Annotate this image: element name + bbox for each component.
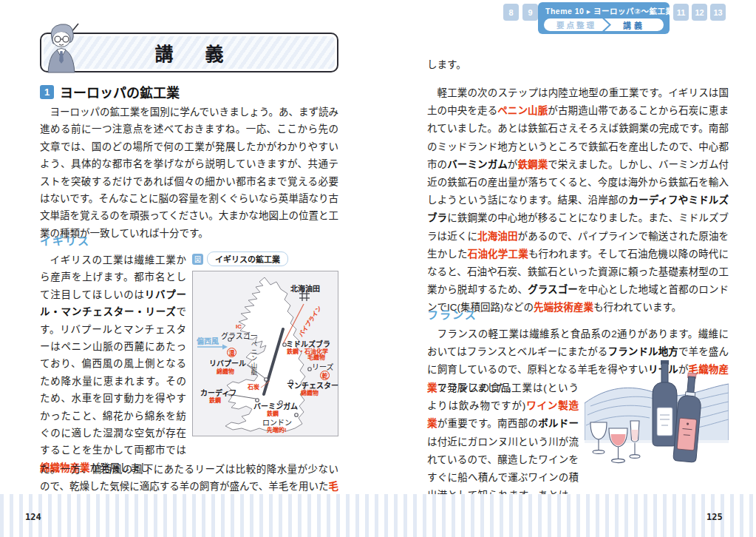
lecture-banner-title: 講 義 <box>142 39 237 66</box>
wine-illustration <box>585 359 729 487</box>
book-spread: 8 9 Theme 10 ▸ ヨーロッパ②〜鉱工業〜 要点整理 講義 11 12… <box>0 0 756 537</box>
tab-theme-11[interactable]: 11 <box>673 4 689 21</box>
heavy-industry-paragraph: 軽工業の次のステップは内陸立地型の重工業です。イギリスは国土の中央を走るペニン山… <box>427 84 729 317</box>
map-label-north-sea-oilfield: 北海油田 <box>290 283 320 294</box>
france-heading: フランス <box>427 306 477 322</box>
section-title: ヨーロッパの鉱工業 <box>60 82 180 101</box>
map-label-liverpool-industry: 綿織物 <box>217 367 234 375</box>
theme-title: Theme 10 ▸ ヨーロッパ②〜鉱工業〜 <box>538 2 670 16</box>
page-number-left: 124 <box>25 512 41 522</box>
figure-icon: 図 <box>192 254 203 265</box>
uk-column-text: イギリスの工業は繊維工業から産声を上げます。都市名として注目してほしいのはリバプ… <box>40 251 186 476</box>
uk-figure: 図 イギリスの鉱工業 <box>192 251 338 476</box>
tab-theme-12[interactable]: 12 <box>692 4 707 21</box>
tab-theme-8[interactable]: 8 <box>503 4 519 21</box>
map-label-glasgow-ic: IC <box>236 323 242 330</box>
page-number-right: 125 <box>706 512 723 522</box>
theme-tab: Theme 10 ▸ ヨーロッパ②〜鉱工業〜 要点整理 講義 <box>538 2 670 34</box>
section-number-badge: 1 <box>40 85 54 99</box>
map-label-leeds-industry: 毛織物 <box>307 353 325 361</box>
uk-heading: イギリス <box>40 232 90 248</box>
map-label-westerlies: 偏西風 <box>197 335 219 346</box>
map-label-glasgow: グラスゴー <box>221 330 258 341</box>
intro-paragraph: ヨーロッパの鉱工業を国別に学んでいきましょう。あ、まず読み進める前に一つ注意点を… <box>40 104 338 242</box>
tab-theme-13[interactable]: 13 <box>710 4 726 21</box>
section-heading: 1 ヨーロッパの鉱工業 <box>40 82 180 101</box>
map-label-pennines: ペニン山脈 <box>249 341 258 376</box>
tab-summary[interactable]: 要点整理 <box>544 18 609 31</box>
teacher-illustration <box>38 21 90 77</box>
right-top-line: します。 <box>427 56 729 73</box>
map-label-cardiff-industry: 鉄鋼 <box>209 396 221 404</box>
map-label-manchester-industry: 綿織物 <box>301 388 319 396</box>
figure-caption-text: イギリスの鉱工業 <box>207 251 288 266</box>
tab-theme-9[interactable]: 9 <box>522 4 538 21</box>
map-label-coal: 石炭 <box>248 382 259 391</box>
footer-stripes <box>0 494 756 537</box>
tab-lecture[interactable]: 講義 <box>605 18 664 31</box>
map-label-wet-badge: 湿 <box>227 348 236 357</box>
uk-map: 北海油田 パイプライン IC グラスゴー 偏西風 湿 リバプール 綿織物 ミドル… <box>192 271 338 436</box>
figure-caption: 図 イギリスの鉱工業 <box>192 251 338 266</box>
map-label-london-note: 先端的! <box>267 425 287 433</box>
